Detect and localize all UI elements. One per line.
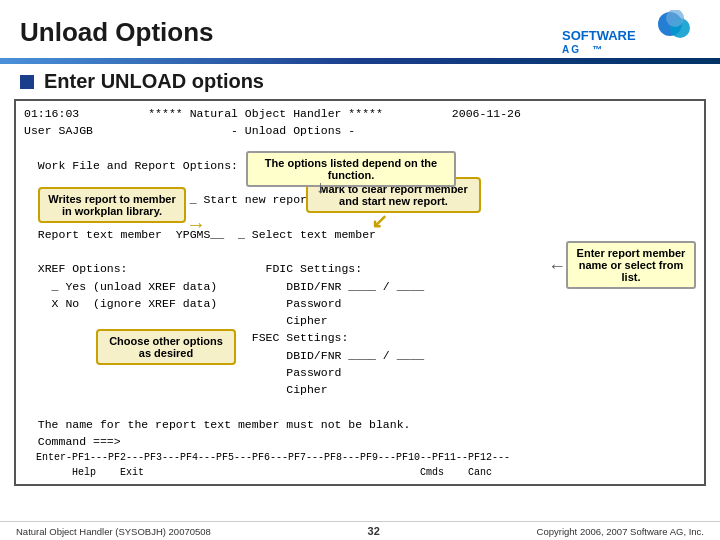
blue-gradient-bar: [0, 58, 720, 64]
arrow-writes-report: →: [186, 213, 206, 236]
callout-options-depend: The options listed depend on the functio…: [246, 151, 456, 187]
footer: Natural Object Handler (SYSOBJH) 2007050…: [0, 521, 720, 540]
callout-writes-report: Writes report to member in workplan libr…: [38, 187, 186, 223]
callout-enter-report: Enter report member name or select from …: [566, 241, 696, 289]
callout-choose-options: Choose other options as desired: [96, 329, 236, 365]
term-line-13: Cipher: [24, 312, 696, 329]
term-line-2: User SAJGB - Unload Options -: [24, 122, 696, 139]
term-line-20: Command ===>: [24, 433, 696, 450]
sub-header-text: Enter UNLOAD options: [44, 70, 264, 93]
term-line-21: Enter-PF1---PF2---PF3---PF4---PF5---PF6-…: [24, 450, 696, 465]
sub-header: Enter UNLOAD options: [0, 66, 720, 99]
header: Unload Options SOFTWARE AG ™: [0, 0, 720, 58]
term-line-22: Help Exit Cmds Canc: [24, 465, 696, 480]
footer-page: 32: [368, 525, 380, 537]
footer-left: Natural Object Handler (SYSOBJH) 2007050…: [16, 526, 211, 537]
term-line-1: 01:16:03 ***** Natural Object Handler **…: [24, 105, 696, 122]
bullet-square: [20, 75, 34, 89]
term-line-19: The name for the report text member must…: [24, 416, 696, 433]
arrow-enter-report: ←: [548, 256, 566, 277]
arrow-options-depend: ↓: [316, 177, 325, 198]
arrow-mark-clear: ↙: [371, 209, 388, 233]
term-line-17: Cipher: [24, 381, 696, 398]
main-content: 01:16:03 ***** Natural Object Handler **…: [14, 99, 706, 486]
software-ag-logo: SOFTWARE AG ™: [560, 10, 700, 54]
page-title: Unload Options: [20, 17, 214, 48]
logo-area: SOFTWARE AG ™: [560, 10, 700, 54]
svg-text:™: ™: [592, 44, 602, 54]
term-line-12: X No (ignore XREF data) Password: [24, 295, 696, 312]
footer-right: Copyright 2006, 2007 Software AG, Inc.: [537, 526, 704, 537]
svg-text:AG: AG: [562, 44, 581, 54]
term-line-16: Password: [24, 364, 696, 381]
term-line-18: [24, 398, 696, 415]
svg-text:SOFTWARE: SOFTWARE: [562, 28, 636, 43]
